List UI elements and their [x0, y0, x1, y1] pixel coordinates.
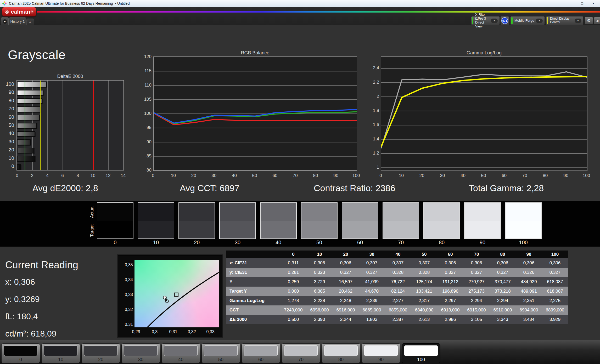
reference-line-good [25, 81, 25, 170]
meter-dropdown[interactable]: X-Rite i1Pro 3 Direct View ▼ [471, 16, 500, 25]
patch-button-10[interactable]: 10 [41, 343, 80, 363]
table-col-header: 60 [437, 251, 463, 258]
table-row: Y0,2593,72916,59741,09976,722125,174191,… [226, 277, 568, 287]
deltae-bar-20 [17, 148, 34, 153]
table-cell: 2,351 [516, 296, 542, 305]
window-titlebar: Calman 2025 Calman Ultimate for Business… [0, 0, 600, 7]
meter-label: X-Rite i1Pro 3 Direct View [475, 13, 491, 29]
plot-area [16, 80, 124, 170]
collapse-panel-button[interactable]: ◀ [594, 17, 600, 25]
cie-y-tick-label: 0,31 [120, 322, 133, 327]
table-cell: 0,307 [411, 258, 437, 268]
x-axis-tick-label: 90 [330, 173, 341, 178]
cie-x-tick-label: 0,31 [167, 329, 180, 334]
table-cell: 133,421 [411, 287, 437, 296]
patch-button-0[interactable]: 0 [1, 343, 40, 363]
x-axis-tick-label: 50 [249, 173, 260, 178]
table-col-header: 30 [359, 251, 385, 258]
table-row-label: ΔE 2000 [226, 315, 280, 324]
chart-title: Gamma Log/Log [381, 50, 587, 56]
add-tab-button[interactable]: + [26, 19, 34, 25]
minimize-button[interactable]: – [565, 0, 576, 7]
maximize-button[interactable]: □ [576, 0, 588, 7]
table-cell: 2,294 [463, 296, 490, 305]
app-window: Calman 2025 Calman Ultimate for Business… [0, 0, 600, 364]
reading-x: x: 0,306 [5, 277, 35, 287]
patch-button-50[interactable]: 50 [201, 343, 240, 363]
chart-title: RGB Balance [153, 50, 357, 56]
deltae-bar-60 [17, 115, 40, 120]
swatch-target [179, 221, 215, 238]
table-cell: 82,124 [385, 287, 411, 296]
brand-menu-button[interactable]: calman ▼ [2, 7, 36, 16]
y-axis-tick-label: 40 [5, 130, 14, 136]
cie-x-tick-label: 0,32 [185, 329, 198, 334]
results-table: 0102030405060708090100x: CIE310,3110,306… [226, 251, 568, 324]
swatch-actual [220, 203, 255, 221]
patch-button-30[interactable]: 30 [121, 343, 160, 363]
table-cell: 6910,000 [490, 305, 516, 315]
source-dropdown[interactable]: Mobile Forge ▼ [510, 16, 545, 25]
table-cell: 41,099 [359, 277, 385, 287]
table-cell: 6913,000 [437, 305, 463, 315]
y-axis-tick-label: 95 [140, 125, 152, 130]
swatch-10 [138, 202, 174, 239]
swatch-actual-label: Actual [89, 203, 95, 221]
patch-button-70[interactable]: 70 [282, 343, 320, 363]
x-axis-tick-label: 80 [540, 173, 551, 178]
current-reading-title: Current Reading [5, 259, 78, 271]
swatch-0 [97, 202, 133, 239]
tab-history-1[interactable]: History 1 [9, 17, 26, 25]
table-cell: 76,722 [385, 277, 411, 287]
y-axis-tick-label: 85 [140, 153, 152, 159]
table-cell: 0,326 [516, 268, 542, 277]
table-cell: 0,311 [280, 258, 306, 268]
patch-button-90[interactable]: 90 [362, 343, 400, 363]
display-control-dropdown[interactable]: Direct Display Control ▼ [546, 16, 584, 25]
patch-button-80[interactable]: 80 [322, 343, 360, 363]
app-icon [2, 1, 7, 6]
swatch-level-label: 100 [505, 240, 542, 246]
meter-count[interactable]: 571 [500, 16, 509, 25]
table-cell: 2,986 [437, 315, 463, 324]
patch-button-100[interactable]: 100 [402, 343, 440, 363]
swatch-level-label: 20 [178, 240, 215, 246]
stat-contrast-ratio: Contrast Ratio: 2386 [314, 183, 395, 193]
table-cell: 20,462 [333, 287, 359, 296]
table-cell: 2,239 [359, 296, 385, 305]
table-cell: 0,327 [333, 268, 359, 277]
y-axis-tick-label: 1,6 [368, 122, 379, 127]
deltae-bar-80 [17, 98, 42, 104]
y-axis-tick-label: 120 [140, 54, 152, 59]
table-cell: 0,327 [359, 268, 385, 277]
history-nav-button[interactable]: ▶ [1, 17, 9, 25]
patch-label: 60 [242, 357, 280, 362]
x-axis-tick-label: 12 [103, 173, 113, 178]
table-cell: 489,091 [516, 287, 542, 296]
table-cell: 6915,000 [463, 305, 490, 315]
swatch-level-label: 60 [342, 240, 378, 246]
patch-swatch [404, 345, 438, 356]
x-axis-tick-label: 0 [148, 173, 158, 178]
reading-marker [165, 298, 167, 301]
table-corner [226, 251, 280, 258]
table-header-row: 0102030405060708090100 [226, 251, 568, 258]
table-cell: 44,670 [359, 287, 385, 296]
caret-down-icon: ▼ [536, 19, 543, 23]
table-cell: 2,317 [411, 296, 437, 305]
table-cell: 0,307 [359, 258, 385, 268]
deltae-chart: DeltaE 2000 0246810121410090807060504030… [5, 73, 131, 183]
table-row-label: x: CIE31 [226, 258, 280, 268]
patch-button-60[interactable]: 60 [242, 343, 280, 363]
close-button[interactable]: × [588, 0, 599, 7]
patch-button-40[interactable]: 40 [161, 343, 200, 363]
swatch-80 [423, 202, 460, 239]
table-row: ΔE 20000,5002,3902,2441,8032,3872,6132,9… [226, 315, 568, 324]
table-cell: 6916,000 [333, 305, 359, 315]
patch-button-20[interactable]: 20 [81, 343, 120, 363]
patch-swatch [84, 345, 117, 356]
y-axis-tick-label: 70 [5, 106, 14, 112]
rainbow-divider [37, 11, 600, 13]
settings-button[interactable]: ⚙ [585, 17, 593, 25]
gamma-chart: Gamma Log/Log 2,42,221,81,61,41,21010203… [358, 50, 597, 186]
